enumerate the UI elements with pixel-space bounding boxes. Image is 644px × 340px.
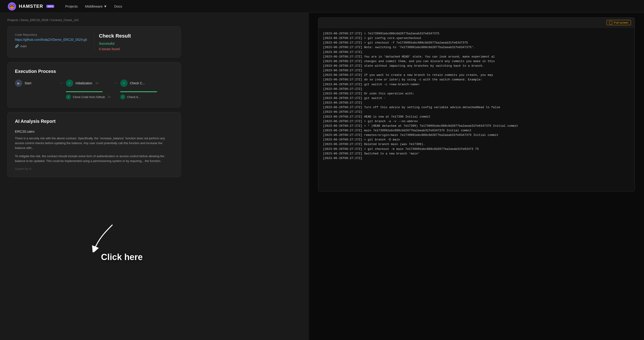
- clone-label: Clone Code from Github: [73, 95, 105, 99]
- ai-text-2: To mitigate this risk, the contract shou…: [15, 154, 173, 164]
- init-success-icon: ✓: [66, 79, 73, 87]
- link-icon: 🔗: [15, 44, 19, 48]
- start-icon: ▶: [15, 79, 22, 87]
- terminal-line: [2023-06-26T08:27:27Z] > git branch -D m…: [323, 138, 630, 142]
- terminal-line: [2023-06-26T08:27:27Z] > git checkout -b…: [323, 147, 630, 152]
- process-flow: ▶ Start → ✓ Initialization 2s: [15, 79, 173, 101]
- execution-title: Execution Process: [15, 69, 173, 74]
- init-time: 2s: [96, 82, 98, 85]
- terminal-line: [2023-06-26T08:27:27Z] do so (now or lat…: [323, 77, 630, 82]
- execution-card: Execution Process ▶ Start → ✓ Initializa…: [7, 62, 181, 107]
- navbar: HAMSTER alpha Projects Middleware ▼ Docs: [0, 0, 644, 13]
- chevron-down-icon: ▼: [104, 4, 107, 8]
- terminal-window: Full screen [2023-06-26T08:27:27Z] > 7e1…: [318, 17, 635, 191]
- terminal-line: [2023-06-26T08:27:27Z] > 7e1739991ebc088…: [323, 31, 630, 36]
- clone-success-icon: ✓: [66, 94, 71, 99]
- svg-point-5: [13, 5, 14, 6]
- terminal-line: [2023-06-26T08:27:27Z] Turn off this adv…: [323, 105, 630, 110]
- status-badge: Successful: [99, 42, 169, 45]
- fullscreen-button[interactable]: Full screen: [606, 20, 631, 25]
- code-repo-section: Code Repository https://github.com/linda…: [15, 33, 94, 51]
- step-start: ▶ Start: [15, 79, 56, 90]
- check-progress-bar: [120, 91, 157, 92]
- main-content: Projects / Demo_ERC20_0529 / Contract_Ch…: [0, 13, 188, 340]
- check-progress-fill: [120, 91, 157, 92]
- ai-text-1: There is a security risk with the above …: [15, 136, 173, 150]
- terminal-line: [2023-06-26T08:27:27Z] Switched to a new…: [323, 152, 630, 156]
- terminal-line: [2023-06-26T08:27:27Z]: [323, 101, 630, 105]
- check-success-icon: ✓: [120, 79, 128, 87]
- branch-row: 🔗 main: [15, 44, 90, 48]
- terminal-line: [2023-06-26T08:27:27Z] state without imp…: [323, 64, 630, 68]
- terminal-line: [2023-06-26T08:27:27Z] Note: switching t…: [323, 45, 630, 50]
- terminal-line: [2023-06-26T08:27:27Z] HEAD is now at 7e…: [323, 115, 630, 119]
- nav-projects[interactable]: Projects: [65, 4, 78, 8]
- branch-name: main: [20, 44, 26, 48]
- step-check: ✓ Check C... ✓ Check b...: [120, 79, 162, 101]
- step-initialization: ✓ Initialization 2s ✓ Clone Code from Gi…: [66, 79, 110, 101]
- repo-url[interactable]: https://github.com/lindaZX/Demo_ERC20_05…: [15, 38, 90, 41]
- terminal-line: [2023-06-26T08:27:27Z] git switch -: [323, 96, 630, 101]
- step-start-label: Start: [24, 81, 32, 85]
- nav-links: Projects Middleware ▼ Docs: [65, 4, 122, 8]
- sub-step-check-b: ✓ Check b...: [120, 93, 141, 101]
- terminal-line: [2023-06-26T08:27:27Z] > git config core…: [323, 36, 630, 40]
- terminal-line: [2023-06-26T08:27:27Z] Or undo this oper…: [323, 91, 630, 96]
- init-progress-fill: [66, 91, 102, 92]
- terminal-line: [2023-06-26T08:27:27Z] git switch -c <ne…: [323, 82, 630, 87]
- contract-name: ERC20.cairo: [15, 130, 173, 133]
- terminal-line: [2023-06-26T08:27:27Z] If you want to cr…: [323, 73, 630, 77]
- logo: HAMSTER alpha: [7, 2, 54, 11]
- check-b-label: Check b...: [127, 95, 141, 99]
- arrow-1: →: [59, 81, 63, 86]
- terminal-line: [2023-06-26T08:27:27Z] main 7e1739991ebc…: [323, 128, 630, 133]
- terminal-line: [2023-06-26T08:27:27Z] You are in 'detac…: [323, 54, 630, 59]
- info-card: Code Repository https://github.com/linda…: [7, 26, 181, 57]
- code-repo-label: Code Repository: [15, 33, 90, 36]
- ai-report-card: AI Analysis Report ERC20.cairo There is …: [7, 112, 181, 177]
- sub-step-clone: ✓ Clone Code from Github 2s: [66, 93, 110, 101]
- terminal-line: [2023-06-26T08:27:27Z]: [323, 68, 630, 73]
- terminal-body[interactable]: [2023-06-26T08:27:27Z] > 7e1739991ebc088…: [318, 28, 634, 191]
- terminal-line: [2023-06-26T08:27:27Z] > git branch -a -…: [323, 119, 630, 124]
- step-init-label: Initialization: [76, 81, 92, 85]
- terminal-line: [2023-06-26T08:27:27Z] > * (HEAD detache…: [323, 124, 630, 128]
- terminal-line: [2023-06-26T08:27:27Z]: [323, 156, 630, 161]
- check-b-icon: ✓: [120, 94, 125, 99]
- alpha-badge: alpha: [46, 5, 54, 8]
- terminal-line: [2023-06-26T08:27:27Z]: [323, 110, 630, 114]
- terminal-overlay: Full screen [2023-06-26T08:27:27Z] > 7e1…: [309, 13, 644, 340]
- check-sub-steps: ✓ Check b...: [120, 93, 141, 101]
- terminal-line: [2023-06-26T08:27:27Z] changes and commi…: [323, 59, 630, 64]
- nav-middleware[interactable]: Middleware ▼: [85, 4, 107, 8]
- terminal-line: [2023-06-26T08:27:27Z] > git checkout -f…: [323, 40, 630, 45]
- init-progress-bar: [66, 91, 102, 92]
- svg-point-6: [11, 7, 13, 8]
- terminal-line: [2023-06-26T08:27:27Z]: [323, 50, 630, 54]
- nav-docs[interactable]: Docs: [114, 4, 122, 8]
- hamster-logo-icon: [7, 2, 16, 11]
- breadcrumb: Projects / Demo_ERC20_0529 / Contract_Ch…: [7, 18, 181, 22]
- check-result-section: Check Result Successful 0 issues found: [94, 33, 173, 51]
- step-check-label: Check C...: [130, 81, 145, 85]
- svg-point-4: [10, 5, 11, 6]
- check-result-heading: Check Result: [99, 33, 169, 39]
- support-label: Support by AI: [15, 167, 173, 170]
- ai-report-title: AI Analysis Report: [15, 119, 173, 124]
- terminal-line: [2023-06-26T08:27:27Z] Deleted branch ma…: [323, 142, 630, 147]
- arrow-2: →: [114, 81, 118, 86]
- fullscreen-icon: [609, 21, 612, 24]
- fullscreen-label: Full screen: [614, 21, 628, 24]
- terminal-header: Full screen: [318, 18, 634, 28]
- logo-text: HAMSTER: [19, 4, 43, 9]
- terminal-line: [2023-06-26T08:27:27Z]: [323, 87, 630, 91]
- clone-time: 2s: [108, 95, 110, 99]
- init-sub-steps: ✓ Clone Code from Github 2s: [66, 93, 110, 101]
- issues-badge: 0 issues found: [99, 47, 169, 51]
- terminal-line: [2023-06-26T08:27:27Z] remotes/origin/ma…: [323, 133, 630, 138]
